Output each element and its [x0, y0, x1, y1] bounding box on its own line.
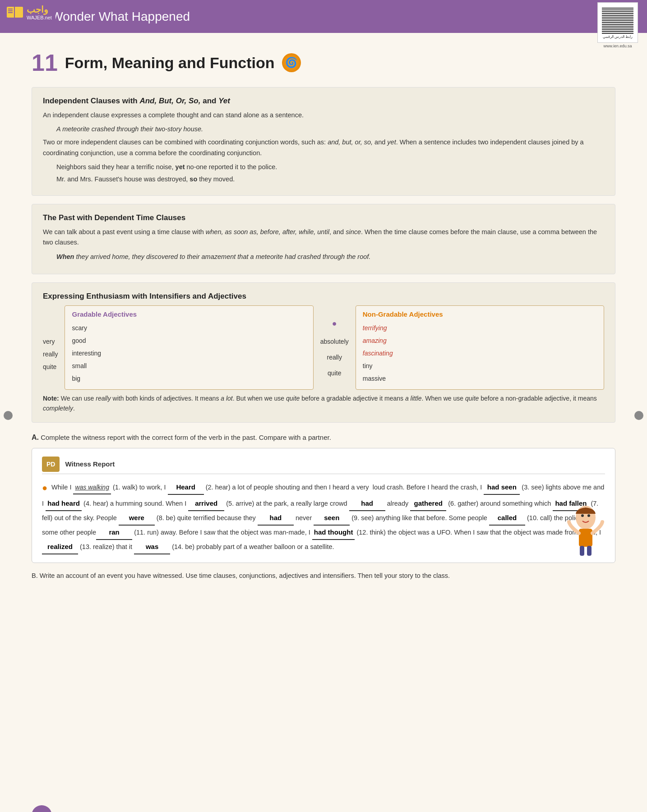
witness-header: PD Witness Report [42, 457, 605, 472]
gradable-words: scary good interesting small big [72, 322, 306, 385]
section-number: 11 [32, 51, 58, 74]
word-amazing: amazing [363, 334, 597, 347]
word-terrifying: terrifying [363, 322, 597, 334]
logo: واجب WAJEB.net [2, 2, 55, 22]
dependent-clauses-box: The Past with Dependent Time Clauses We … [32, 204, 615, 274]
witness-title: Witness Report [65, 460, 115, 468]
answer-4: had heard [46, 497, 82, 511]
word-massive: massive [363, 372, 597, 385]
answer-10: had [258, 511, 294, 526]
section-title-area: 11 Form, Meaning and Function 🌀 [32, 51, 615, 74]
word-scary: scary [72, 322, 306, 334]
word-interesting: interesting [72, 347, 306, 360]
dot-icon: ● [332, 314, 337, 334]
svg-point-7 [587, 514, 590, 517]
svg-rect-9 [580, 546, 584, 556]
ex-b-letter: B. [32, 572, 38, 579]
note-text: Note: We can use really with both kinds … [43, 393, 604, 414]
ex-a-letter: A. [32, 434, 39, 441]
left-labels: very really quite [43, 305, 65, 390]
independent-clauses-box: Independent Clauses with And, But, Or, S… [32, 87, 615, 196]
logo-sub: WAJEB.net [27, 15, 52, 20]
svg-rect-2 [8, 9, 13, 9]
bullet-icon: ● [42, 483, 47, 493]
word-good: good [72, 334, 306, 347]
section-name: Form, Meaning and Function [65, 54, 275, 72]
intensifier-quite: quite [328, 365, 341, 381]
intensifiers-heading: Expressing Enthusiasm with Intensifiers … [43, 292, 604, 301]
dc-example: When they arrived home, they discovered … [56, 252, 604, 262]
footer-icon: e [32, 805, 52, 812]
answer-2: Heard [168, 480, 204, 495]
intensifiers-box: Expressing Enthusiasm with Intensifiers … [32, 282, 615, 423]
ic-body: Two or more independent clauses can be c… [43, 137, 604, 158]
nongradable-adjectives-box: Non-Gradable Adjectives terrifying amazi… [356, 305, 604, 390]
middle-intensifiers: ● absolutely really quite [314, 305, 356, 390]
right-binding-arrow [634, 411, 643, 420]
svg-rect-10 [587, 546, 592, 556]
answer-12: called [489, 511, 525, 526]
svg-rect-8 [579, 529, 592, 547]
svg-rect-3 [8, 10, 13, 11]
dependent-clauses-heading: The Past with Dependent Time Clauses [43, 213, 604, 222]
word-small: small [72, 360, 306, 372]
spiral-icon: 🌀 [282, 53, 301, 72]
website-label: www.ien.edu.sa [597, 44, 638, 48]
ic-example2a: Neighbors said they hear a terrific nois… [56, 162, 604, 172]
answer-1: was walking [73, 481, 111, 494]
intensifier-really: really [327, 350, 342, 365]
gradable-title: Gradable Adjectives [72, 310, 306, 318]
answer-14: had thought [312, 526, 355, 540]
adjectives-table: very really quite Gradable Adjectives sc… [43, 305, 604, 390]
word-tiny: tiny [363, 360, 597, 372]
svg-rect-1 [14, 7, 15, 18]
exercise-a-label: A. Complete the witness report with the … [32, 432, 615, 443]
character-svg [565, 504, 606, 558]
dc-body: We can talk about a past event using a t… [43, 227, 604, 248]
label-quite: quite [43, 360, 58, 373]
ex-a-instruction: Complete the witness report with the cor… [41, 434, 331, 441]
chapter-title: I Wonder What Happened [44, 9, 190, 24]
witness-body-text: ● While I was walking (1. walk) to work,… [42, 479, 605, 554]
independent-clauses-body: An independent clause expresses a comple… [43, 110, 604, 185]
word-fascinating: fascinating [363, 347, 597, 360]
qr-section: رابط الدرس الرقمي www.ien.edu.sa [597, 2, 638, 48]
qr-image [602, 7, 633, 34]
answer-7: gathered [410, 497, 446, 511]
answer-15: realized [42, 540, 78, 554]
svg-rect-4 [8, 12, 13, 13]
ex-b-instruction: Write an account of an event you have wi… [40, 572, 450, 579]
logo-text: واجب [27, 4, 52, 15]
dependent-clauses-body: We can talk about a past event using a t… [43, 227, 604, 262]
ic-intro: An independent clause expresses a comple… [43, 110, 604, 120]
label-really: really [43, 348, 58, 360]
qr-code-box: رابط الدرس الرقمي [597, 2, 638, 43]
ic-example2b: Mr. and Mrs. Fausset's house was destroy… [56, 174, 604, 185]
nongradable-title: Non-Gradable Adjectives [363, 310, 597, 318]
independent-clauses-heading: Independent Clauses with And, But, Or, S… [43, 97, 604, 106]
e-icon: e [37, 810, 47, 812]
left-binding-arrow [4, 411, 13, 420]
witness-report-box: PD Witness Report ● While I was walking … [32, 448, 615, 563]
answer-9: were [119, 511, 155, 526]
main-content: 11 Form, Meaning and Function 🌀 Independ… [0, 33, 647, 800]
svg-text:e: e [38, 811, 43, 812]
ic-example1: A meteorite crashed through their two-st… [56, 124, 604, 134]
gradable-adjectives-box: Gradable Adjectives scary good interesti… [65, 305, 313, 390]
label-very: very [43, 335, 58, 348]
page-footer: e 64 MG_02_SB_TEXT_2020.indd 64 9/6/20 6… [0, 800, 647, 812]
word-big: big [72, 372, 306, 385]
answer-13: ran [96, 526, 132, 540]
svg-point-6 [581, 514, 584, 517]
nongradable-words: terrifying amazing fascinating tiny mass… [363, 322, 597, 385]
answer-16: was [134, 540, 170, 554]
qr-label: رابط الدرس الرقمي [603, 35, 633, 39]
book-icon [6, 5, 24, 19]
pd-badge: PD [42, 457, 60, 472]
exercise-b-section: B. Write an account of an event you have… [32, 570, 615, 581]
divider [42, 474, 605, 474]
intensifier-absolutely: absolutely [320, 334, 349, 350]
answer-5: arrived [188, 497, 224, 511]
answer-3: had seen [484, 480, 520, 495]
header-bar: 4 I Wonder What Happened رابط الدرس الرق… [0, 0, 647, 33]
